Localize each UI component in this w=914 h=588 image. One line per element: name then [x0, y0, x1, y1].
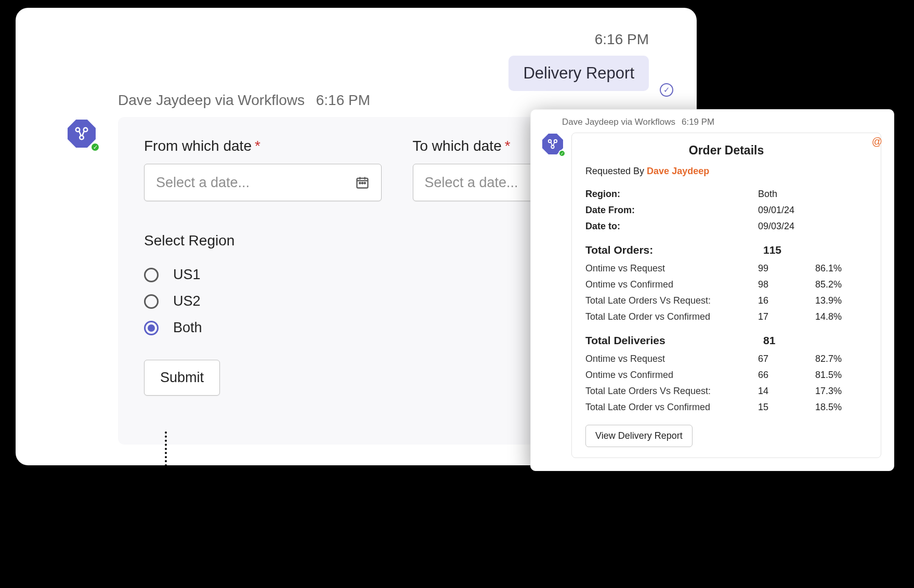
from-date-input[interactable]: Select a date... — [144, 164, 382, 201]
sender-time: 6:16 PM — [316, 92, 370, 108]
radio-icon — [144, 268, 159, 282]
submit-button[interactable]: Submit — [144, 360, 220, 396]
view-delivery-report-button[interactable]: View Delivery Report — [585, 425, 693, 447]
timestamp-top: 6:16 PM — [595, 31, 649, 48]
workflows-avatar — [68, 120, 98, 150]
meta-row: Date From:09/01/24 — [585, 202, 867, 218]
meta-row: Date to:09/03/24 — [585, 218, 867, 234]
section-total-deliveries: Total Deliveries 81 — [585, 334, 867, 347]
chat-card-details: Dave Jaydeep via Workflows 6:19 PM @ Ord… — [530, 109, 894, 471]
svg-point-9 — [551, 146, 554, 149]
workflows-avatar — [542, 134, 564, 155]
sender-time: 6:19 PM — [682, 117, 714, 127]
metric-row: Total Late Orders Vs Request: 14 17.3% — [585, 383, 867, 399]
calendar-icon — [355, 175, 370, 190]
sender-line: Dave Jaydeep via Workflows 6:16 PM — [118, 92, 370, 109]
metric-row: Ontime vs Confirmed 66 81.5% — [585, 367, 867, 383]
metric-row: Total Late Orders Vs Request: 16 13.9% — [585, 293, 867, 309]
requested-by: Requested By Dave Jaydeep — [585, 166, 867, 177]
card-title: Order Details — [585, 143, 867, 158]
sender-name: Dave Jaydeep via Workflows — [118, 92, 305, 108]
mention-icon: @ — [872, 136, 882, 148]
sender-name: Dave Jaydeep via Workflows — [562, 117, 675, 127]
region-option-label: US2 — [173, 293, 201, 309]
user-message-pill: Delivery Report — [508, 56, 649, 91]
from-date-label: From which date* — [144, 138, 382, 154]
metric-row: Ontime vs Request 99 86.1% — [585, 260, 867, 277]
sender-line: Dave Jaydeep via Workflows 6:19 PM — [562, 110, 894, 127]
svg-point-6 — [364, 182, 365, 184]
metric-row: Ontime vs Request 67 82.7% — [585, 351, 867, 367]
from-date-placeholder: Select a date... — [156, 175, 250, 191]
requested-by-name: Dave Jaydeep — [647, 166, 709, 176]
region-option-label: US1 — [173, 267, 201, 283]
order-details-card: Order Details Requested By Dave Jaydeep … — [571, 133, 881, 458]
connector-dotted-line — [165, 432, 167, 499]
read-receipt-icon — [660, 83, 673, 97]
svg-point-5 — [361, 182, 362, 184]
metric-row: Total Late Order vs Confirmed 15 18.5% — [585, 399, 867, 415]
svg-point-2 — [80, 136, 84, 140]
metric-row: Ontime vs Confirmed 98 85.2% — [585, 277, 867, 293]
meta-row: Region:Both — [585, 186, 867, 202]
presence-available-icon — [90, 142, 100, 152]
region-option-label: Both — [173, 320, 202, 336]
radio-icon — [144, 294, 159, 309]
presence-available-icon — [558, 150, 566, 157]
to-date-placeholder: Select a date... — [425, 175, 518, 191]
radio-selected-icon — [144, 321, 159, 335]
svg-point-4 — [359, 182, 360, 184]
section-total-orders: Total Orders: 115 — [585, 244, 867, 256]
metric-row: Total Late Order vs Confirmed 17 14.8% — [585, 309, 867, 325]
